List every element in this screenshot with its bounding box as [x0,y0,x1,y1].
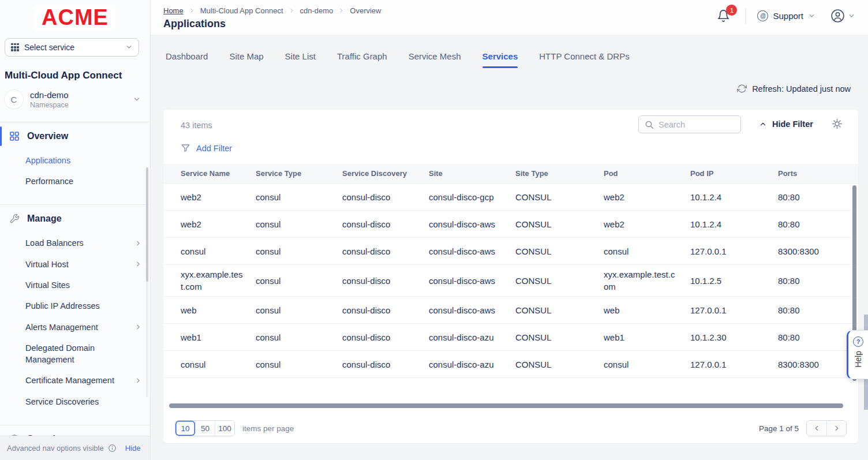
sidebar-item-label: Performance [25,175,73,187]
next-page-button[interactable] [826,421,846,436]
table-cell: 127.0.0.1 [690,304,778,316]
hide-filter-toggle[interactable]: Hide Filter [759,119,813,129]
sidebar-item-performance[interactable]: Performance [0,171,150,192]
breadcrumb-item-multi-cloud-app-connect[interactable]: Multi-Cloud App Connect [200,6,283,15]
notification-badge: 1 [726,5,737,16]
tab-site-list[interactable]: Site List [285,51,316,68]
refresh-label: Refresh: Updated just now [752,84,851,94]
hide-filter-label: Hide Filter [772,119,813,129]
refresh-control[interactable]: Refresh: Updated just now [151,68,868,94]
namespace-selector[interactable]: C cdn-demo Namespace [5,90,145,109]
sidebar-item-certificate-management[interactable]: Certificate Management [0,370,150,391]
table-cell: 10.1.2.5 [690,275,778,287]
table-cell: 80:80 [778,275,858,287]
support-menu[interactable]: @ Support [757,10,815,21]
sidebar-item-label: Load Balancers [25,237,84,249]
breadcrumb-item-home[interactable]: Home [163,6,184,15]
chevron-right-icon [833,424,841,432]
main-content: HomeMulti-Cloud App Connectcdn-demoOverv… [151,0,868,460]
table-cell: consul [604,358,690,371]
sidebar-item-public-ip-addresses[interactable]: Public IP Addresses [0,296,150,316]
table-cell: 10.1.2.4 [690,191,778,203]
sidebar-item-label: Public IP Addresses [25,300,100,312]
table-cell: consul-disco-aws [429,275,515,287]
chevron-down-icon [133,95,141,103]
table-row[interactable]: web2consulconsul-discoconsul-disco-awsCO… [163,211,858,238]
service-picker-label: Select service [24,43,74,52]
sidebar-item-alerts-management[interactable]: Alerts Management [0,317,150,338]
table-cell: consul-disco [342,191,429,203]
table-cell: web2 [181,191,256,203]
chevron-right-icon [189,8,195,14]
table-row[interactable]: xyx.example.test.comconsulconsul-discoco… [163,265,858,297]
page-nav-group [806,420,847,436]
chevron-right-icon [134,260,142,268]
hide-nav-link[interactable]: Hide [125,444,141,452]
sidebar: ACME Select service Multi-Cloud App Conn… [0,0,151,460]
table-cell: consul [181,245,256,257]
acme-logo[interactable]: ACME [35,6,115,30]
page-size-100[interactable]: 100 [215,421,234,436]
table-cell: consul-disco-aws [429,304,515,316]
sidebar-item-label: Virtual Host [25,259,69,270]
table-cell: CONSUL [515,245,604,257]
chevron-right-icon [134,377,142,384]
sidebar-item-virtual-sites[interactable]: Virtual Sites [0,275,150,296]
add-filter-button[interactable]: Add Filter [181,143,232,153]
search-icon [645,120,654,129]
sidebar-item-virtual-host[interactable]: Virtual Host [0,254,150,275]
sidebar-item-service-discoveries[interactable]: Service Discoveries [0,391,150,412]
previous-page-button[interactable] [807,421,826,436]
table-cell: CONSUL [515,358,604,371]
items-per-page-label: items per page [242,424,294,433]
tab-http-connect-drps[interactable]: HTTP Connect & DRPs [539,51,629,68]
tab-dashboard[interactable]: Dashboard [166,51,208,68]
sidebar-scrollbar[interactable] [146,167,148,397]
table-row[interactable]: web2consulconsul-discoconsul-disco-gcpCO… [163,184,858,211]
notifications-button[interactable]: 1 [713,8,734,24]
table-cell: CONSUL [515,331,604,343]
tab-services[interactable]: Services [482,51,518,68]
column-header-service-name: Service Name [181,169,256,178]
table-cell: consul-disco [342,245,429,257]
services-table-card: 43 items Hide Filter [163,110,858,443]
table-cell: consul [604,245,690,257]
tab-traffic-graph[interactable]: Traffic Graph [337,51,387,68]
chevron-right-icon [134,323,142,331]
tab-service-mesh[interactable]: Service Mesh [409,51,461,68]
help-tab[interactable]: ? Help [847,330,868,379]
table-cell: consul [256,218,342,230]
refresh-icon [737,84,747,94]
table-cell: 10.1.2.4 [690,218,778,230]
breadcrumb-item-cdn-demo[interactable]: cdn-demo [300,6,334,15]
horizontal-scrollbar[interactable] [169,403,843,408]
table-row[interactable]: web1consulconsul-discoconsul-disco-azuCO… [163,324,858,351]
breadcrumb-separator [289,8,295,14]
overview-grid-icon [9,131,20,141]
sidebar-item-applications[interactable]: Applications [0,150,150,171]
sidebar-section-overview[interactable]: Overview [0,122,150,150]
table-row[interactable]: consulconsulconsul-discoconsul-disco-azu… [163,351,858,378]
table-settings-button[interactable] [832,118,843,129]
overview-items: ApplicationsPerformance [0,150,150,192]
service-picker[interactable]: Select service [5,38,139,57]
breadcrumb-item-overview[interactable]: Overview [350,6,381,15]
tab-site-map[interactable]: Site Map [229,51,263,68]
sidebar-section-manage[interactable]: Manage [0,205,150,233]
account-menu[interactable] [830,9,855,23]
table-cell: 127.0.0.1 [690,245,778,257]
table-row[interactable]: webconsulconsul-discoconsul-disco-awsCON… [163,297,858,324]
table-cell: consul-disco [342,331,429,343]
search-input[interactable] [659,120,735,129]
advanced-nav-text: Advanced nav options visible [7,444,104,452]
search-box [638,115,741,133]
table-row[interactable]: consulconsulconsul-discoconsul-disco-aws… [163,238,858,265]
page-indicator: Page 1 of 5 [759,424,799,433]
sidebar-item-delegated-domain-management[interactable]: Delegated Domain Management [0,338,150,371]
page-size-50[interactable]: 50 [195,421,215,436]
support-label: Support [773,11,803,21]
sidebar-item-load-balancers[interactable]: Load Balancers [0,233,150,253]
sidebar-item-label: Virtual Sites [25,279,70,291]
column-header-pod-ip: Pod IP [690,169,778,178]
page-size-10[interactable]: 10 [175,421,195,436]
